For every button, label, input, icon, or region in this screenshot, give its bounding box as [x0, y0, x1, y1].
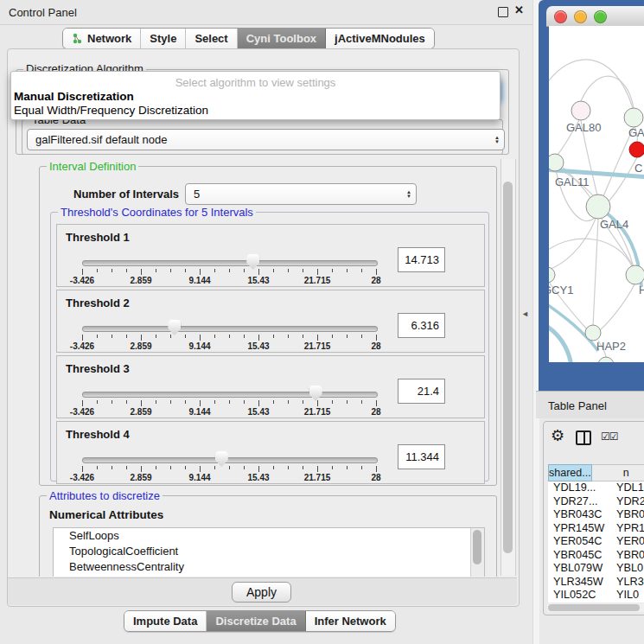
tab-cyni-toolbox[interactable]: Cyni Toolbox: [238, 29, 326, 48]
close-icon[interactable]: ✕: [514, 3, 524, 16]
table-row[interactable]: YDR27...YDR2: [548, 495, 644, 509]
network-edge[interactable]: [549, 60, 633, 108]
network-node[interactable]: [585, 325, 601, 341]
hscrollbar-thumb[interactable]: [548, 604, 640, 611]
node-label: GAL11: [555, 175, 590, 188]
tab-impute-data[interactable]: Impute Data: [124, 611, 207, 631]
table-header: shared... n: [548, 464, 644, 481]
table-row[interactable]: YBR043CYBR0: [548, 508, 644, 522]
gear-icon[interactable]: ⚙: [551, 428, 564, 443]
table-row[interactable]: YPR145WYPR1: [548, 522, 644, 536]
table-row[interactable]: YBR045CYBR0: [548, 549, 644, 563]
control-panel-header: [0, 0, 536, 25]
number-of-intervals-combobox[interactable]: 5 ▲▼: [185, 183, 417, 205]
threshold-slider-thumb[interactable]: [309, 386, 322, 401]
network-node[interactable]: [586, 194, 610, 219]
apply-button[interactable]: Apply: [232, 582, 291, 603]
table-row[interactable]: YLR345WYLR3: [548, 576, 644, 590]
table-data-combobox[interactable]: galFiltered.sif default node ▲▼: [27, 129, 505, 150]
control-panel-title: Control Panel: [9, 6, 77, 19]
numerical-attributes-list[interactable]: SelfLoopsTopologicalCoefficientBetweenne…: [53, 527, 485, 577]
threshold-slider-track[interactable]: [82, 392, 378, 398]
slider-ticks: -3.4262.8599.14415.4321.71528: [82, 269, 376, 284]
interval-definition-title: Interval Definition: [47, 160, 138, 173]
network-node[interactable]: [629, 142, 644, 157]
list-item[interactable]: SelfLoops: [54, 528, 484, 544]
threshold-panel: Threshold 4 -3.4262.8599.14415.4321.7152…: [56, 421, 485, 484]
tab-network[interactable]: Network: [63, 29, 141, 48]
network-node[interactable]: [626, 265, 644, 284]
threshold-slider-thumb[interactable]: [168, 320, 181, 335]
network-edge[interactable]: [600, 284, 634, 330]
settings-scrollbar[interactable]: [501, 159, 516, 576]
tab-style[interactable]: Style: [141, 29, 186, 48]
network-edge[interactable]: [549, 323, 571, 362]
attr-items: SelfLoopsTopologicalCoefficientBetweenne…: [54, 528, 484, 575]
tab-select[interactable]: Select: [186, 29, 237, 48]
number-of-intervals-value: 5: [194, 188, 200, 201]
number-of-intervals-label: Number of Intervals: [73, 188, 179, 201]
tab-jactivemnodules[interactable]: jActiveMNodules: [326, 29, 434, 48]
node-label: H: [639, 284, 644, 296]
thresholds-group: Threshold's Coordinates for 5 Intervals …: [50, 212, 489, 481]
network-node[interactable]: [549, 154, 564, 171]
network-view-window: GAL80GACGAL11GAL4GCY1HHAP2: [539, 0, 644, 391]
scrollbar-thumb[interactable]: [503, 182, 513, 553]
threshold-slider-track[interactable]: [82, 326, 378, 332]
slider-ticks: -3.4262.8599.14415.4321.71528: [82, 466, 376, 481]
float-window-icon[interactable]: [498, 7, 508, 17]
threshold-value-field[interactable]: [398, 444, 445, 469]
table-data-selected: galFiltered.sif default node: [35, 133, 167, 146]
network-node[interactable]: [571, 101, 590, 120]
stepper-icon[interactable]: ▲▼: [494, 136, 500, 144]
table-row[interactable]: YER054CYER0: [548, 535, 644, 549]
dropdown-option-manual-discretization[interactable]: Manual Discretization: [14, 90, 134, 103]
zoom-traffic-light[interactable]: [594, 10, 607, 23]
threshold-value-field[interactable]: [398, 247, 445, 272]
tab-infer-network[interactable]: Infer Network: [306, 611, 395, 631]
attributes-group-title: Attributes to discretize: [47, 489, 163, 502]
stepper-icon[interactable]: ▲▼: [406, 190, 411, 199]
network-node[interactable]: [624, 108, 643, 127]
table-row[interactable]: YBL079WYBL0: [548, 562, 644, 576]
panel-divider-handle[interactable]: ◄: [521, 309, 529, 318]
network-edge[interactable]: [549, 219, 596, 270]
threshold-slider-thumb[interactable]: [246, 254, 259, 270]
list-scrollbar[interactable]: [470, 528, 484, 577]
table-row[interactable]: YIL052CYIL0: [548, 589, 644, 603]
slider-ticks: -3.4262.8599.14415.4321.71528: [82, 400, 376, 416]
threshold-slider-track[interactable]: [82, 457, 378, 463]
minimize-traffic-light[interactable]: [574, 10, 587, 23]
node-label: C: [634, 162, 642, 175]
network-edge[interactable]: [581, 76, 634, 108]
network-edge[interactable]: [608, 157, 637, 202]
threshold-value-field[interactable]: [398, 313, 445, 338]
select-columns-icon[interactable]: ☑☑: [601, 430, 618, 443]
network-canvas[interactable]: GAL80GACGAL11GAL4GCY1HHAP2: [549, 26, 644, 362]
network-node[interactable]: [598, 357, 614, 362]
node-label: GAL80: [566, 121, 601, 134]
network-window-titlebar[interactable]: [546, 6, 644, 27]
table-panel-title: Table Panel: [548, 399, 607, 412]
threshold-slider-thumb[interactable]: [215, 451, 228, 467]
close-traffic-light[interactable]: [554, 10, 567, 23]
column-header-shared-name[interactable]: shared...: [548, 464, 592, 481]
thresholds-group-title: Threshold's Coordinates for 5 Intervals: [58, 206, 256, 219]
list-item[interactable]: TopologicalCoefficient: [54, 544, 484, 559]
node-table[interactable]: shared... n YDL19...YDL1YDR27...YDR2YBR0…: [548, 464, 644, 603]
threshold-panel: Threshold 2 -3.4262.8599.14415.4321.7152…: [56, 290, 485, 353]
threshold-value-field[interactable]: [398, 379, 445, 404]
tab-discretize-data[interactable]: Discretize Data: [207, 611, 305, 631]
node-label: GA: [628, 126, 644, 139]
slider-ticks: -3.4262.8599.14415.4321.71528: [82, 335, 376, 350]
table-hscrollbar[interactable]: [547, 603, 644, 612]
dropdown-option-equal-width-frequency[interactable]: Equal Width/Frequency Discretization: [14, 104, 208, 117]
network-node[interactable]: [549, 267, 555, 283]
threshold-slider-track[interactable]: [82, 260, 378, 266]
network-edge[interactable]: [593, 219, 598, 326]
column-header-name[interactable]: n: [592, 464, 644, 481]
columns-icon[interactable]: [576, 430, 591, 445]
list-item[interactable]: BetweennessCentrality: [54, 559, 484, 575]
table-row[interactable]: YDL19...YDL1: [548, 481, 644, 495]
table-rows: YDL19...YDL1YDR27...YDR2YBR043CYBR0YPR14…: [548, 481, 644, 603]
